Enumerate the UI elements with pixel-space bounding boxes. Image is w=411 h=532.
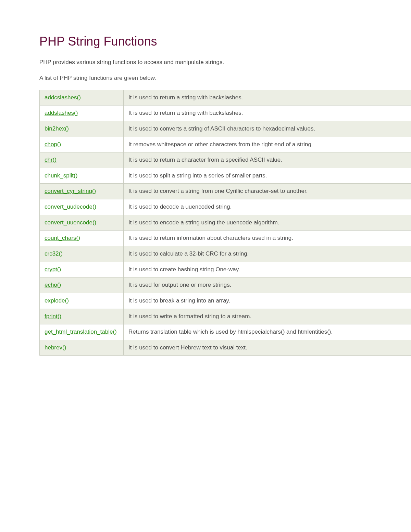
function-link[interactable]: crypt(): [45, 266, 61, 273]
function-name-cell: explode(): [40, 293, 124, 309]
function-name-cell: convert_uuencode(): [40, 215, 124, 231]
function-link[interactable]: convert_uudecode(): [45, 203, 96, 210]
table-row: count_chars()It is used to return inform…: [40, 231, 411, 246]
table-row: fprint()It is used to write a formatted …: [40, 309, 411, 324]
function-link[interactable]: echo(): [45, 282, 61, 288]
table-row: addcslashes()It is used to return a stri…: [40, 90, 411, 106]
function-description-cell: It is used to convert a string from one …: [124, 184, 411, 199]
table-row: explode()It is used to break a string in…: [40, 293, 411, 309]
functions-table: addcslashes()It is used to return a stri…: [39, 90, 411, 356]
function-name-cell: chr(): [40, 152, 124, 168]
function-description-cell: It is used to convert Hebrew text to vis…: [124, 340, 411, 356]
function-link[interactable]: chop(): [45, 141, 61, 148]
function-name-cell: bin2hex(): [40, 121, 124, 137]
function-link[interactable]: get_html_translation_table(): [45, 329, 117, 335]
table-row: convert_uuencode()It is used to encode a…: [40, 215, 411, 231]
function-description-cell: It is used to write a formatted string t…: [124, 309, 411, 324]
function-name-cell: convert_uudecode(): [40, 199, 124, 215]
function-description-cell: It is used to split a string into a seri…: [124, 168, 411, 184]
table-row: convert_uudecode()It is used to decode a…: [40, 199, 411, 215]
function-link[interactable]: convert_cyr_string(): [45, 188, 96, 194]
intro-paragraph-2: A list of PHP string functions are given…: [39, 74, 411, 82]
function-link[interactable]: crc32(): [45, 250, 63, 257]
function-name-cell: fprint(): [40, 309, 124, 324]
document-page: PHP String Functions PHP provides variou…: [0, 0, 411, 356]
table-row: echo()It is used for output one or more …: [40, 277, 411, 293]
function-description-cell: It is used to decode a uuencoded string.: [124, 199, 411, 215]
table-row: convert_cyr_string()It is used to conver…: [40, 184, 411, 199]
function-description-cell: It is used to return a character from a …: [124, 152, 411, 168]
function-name-cell: chunk_split(): [40, 168, 124, 184]
table-row: bin2hex()It is used to converts a string…: [40, 121, 411, 137]
function-link[interactable]: count_chars(): [45, 235, 80, 241]
content-area: PHP String Functions PHP provides variou…: [39, 34, 411, 356]
page-title: PHP String Functions: [39, 34, 411, 49]
table-row: addslashes()It is used to return a strin…: [40, 106, 411, 121]
function-description-cell: It is used to break a string into an arr…: [124, 293, 411, 309]
function-description-cell: It removes whitespace or other character…: [124, 137, 411, 152]
function-link[interactable]: convert_uuencode(): [45, 219, 96, 226]
function-link[interactable]: chunk_split(): [45, 172, 77, 179]
intro-paragraph-1: PHP provides various string functions to…: [39, 58, 411, 66]
function-name-cell: echo(): [40, 277, 124, 293]
function-name-cell: chop(): [40, 137, 124, 152]
function-description-cell: Returns translation table which is used …: [124, 324, 411, 340]
function-description-cell: It is used to return a string with backs…: [124, 90, 411, 106]
table-row: crc32()It is used to calculate a 32-bit …: [40, 246, 411, 262]
function-name-cell: crypt(): [40, 262, 124, 277]
function-name-cell: addslashes(): [40, 106, 124, 121]
function-link[interactable]: fprint(): [45, 313, 61, 320]
function-name-cell: get_html_translation_table(): [40, 324, 124, 340]
function-name-cell: crc32(): [40, 246, 124, 262]
function-name-cell: count_chars(): [40, 231, 124, 246]
function-name-cell: convert_cyr_string(): [40, 184, 124, 199]
function-name-cell: hebrev(): [40, 340, 124, 356]
function-name-cell: addcslashes(): [40, 90, 124, 106]
function-description-cell: It is used to return information about c…: [124, 231, 411, 246]
function-link[interactable]: addcslashes(): [45, 94, 81, 101]
table-row: hebrev()It is used to convert Hebrew tex…: [40, 340, 411, 356]
table-row: chunk_split()It is used to split a strin…: [40, 168, 411, 184]
function-description-cell: It is used to return a string with backs…: [124, 106, 411, 121]
function-link[interactable]: chr(): [45, 157, 57, 163]
function-link[interactable]: bin2hex(): [45, 125, 69, 132]
function-link[interactable]: explode(): [45, 297, 69, 304]
function-description-cell: It is used to create hashing string One-…: [124, 262, 411, 277]
table-row: chop()It removes whitespace or other cha…: [40, 137, 411, 152]
function-description-cell: It is used to converts a string of ASCII…: [124, 121, 411, 137]
function-description-cell: It is used for output one or more string…: [124, 277, 411, 293]
function-link[interactable]: addslashes(): [45, 110, 78, 116]
table-row: chr()It is used to return a character fr…: [40, 152, 411, 168]
table-row: crypt()It is used to create hashing stri…: [40, 262, 411, 277]
function-description-cell: It is used to encode a string using the …: [124, 215, 411, 231]
table-row: get_html_translation_table()Returns tran…: [40, 324, 411, 340]
function-link[interactable]: hebrev(): [45, 344, 66, 351]
function-description-cell: It is used to calculate a 32-bit CRC for…: [124, 246, 411, 262]
